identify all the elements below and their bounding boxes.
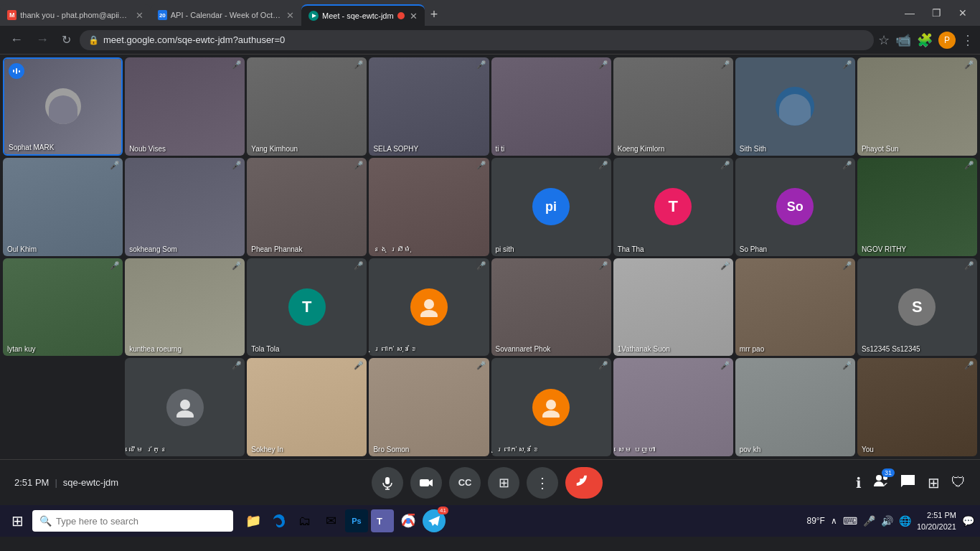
tile-lytan: 🎤 lytan kuy <box>3 258 123 357</box>
tile-sokheang: 🎤 sokheang Som <box>125 158 245 256</box>
tile-mute-sokheang: 🎤 <box>232 161 242 170</box>
taskbar-app-email[interactable]: ✉ <box>319 509 342 532</box>
taskbar-network-icon[interactable]: 🌐 <box>899 515 911 527</box>
more-options-button[interactable]: ⋮ <box>527 467 558 499</box>
tab-1[interactable]: M thank you - phat.phom@apiinst... ✕ <box>0 4 151 26</box>
taskbar-app-chrome[interactable] <box>397 509 420 532</box>
tile-name-prak1: ព្រាក់ សុខខែ <box>373 345 418 353</box>
svg-rect-2 <box>13 70 14 72</box>
tile-pisith: pi 🎤 pi sith <box>491 158 611 256</box>
tab-2[interactable]: 20 API - Calendar - Week of Octobe... ✕ <box>151 4 301 26</box>
tile-name-noub: Noub Vises <box>129 145 166 153</box>
svg-point-5 <box>424 299 434 309</box>
taskbar-app-edge[interactable] <box>268 509 291 532</box>
tile-ngov: 🎤 NGOV RITHY <box>857 158 977 256</box>
tile-name-brosomon: Bro Somon <box>373 446 409 453</box>
tile-you: 🎤 You <box>857 358 977 456</box>
taskbar-time: 2:51 PM <box>917 509 956 522</box>
tile-titi: 🎤 ti ti <box>491 57 611 156</box>
taskbar-app-explorer[interactable]: 🗂 <box>293 509 316 532</box>
bookmark-icon[interactable]: ☆ <box>878 32 890 48</box>
tile-mute-phayot: 🎤 <box>964 60 974 70</box>
layout-button[interactable]: ⊞ <box>488 467 519 499</box>
maximize-button[interactable]: ❐ <box>925 6 948 20</box>
tile-ss12345: S 🎤 Ss12345 Ss12345 <box>857 258 977 357</box>
tile-name-sophat: Sophat MARK <box>9 143 54 151</box>
tile-mute-koeng: 🎤 <box>720 60 730 70</box>
svg-marker-15 <box>429 479 433 486</box>
taskbar-right: 89°F ∧ ⌨ 🎤 🔊 🌐 2:51 PM 10/20/2021 💬 <box>806 509 974 533</box>
tile-mute-sith: 🎤 <box>842 60 852 70</box>
svg-rect-3 <box>16 68 17 74</box>
taskbar-up-arrow[interactable]: ∧ <box>831 516 837 526</box>
tile-name-prak2: ព្រាក់ សុខខែ <box>496 446 540 453</box>
tile-mute-pisith: 🎤 <box>598 161 608 170</box>
safety-button[interactable]: 🛡 <box>951 474 966 491</box>
taskbar-weather: 89°F <box>806 516 824 526</box>
taskbar-date: 10/20/2021 <box>917 521 956 533</box>
svg-point-8 <box>176 410 194 418</box>
svg-text:T: T <box>377 516 382 527</box>
tile-mute-brosomon: 🎤 <box>476 361 486 370</box>
people-button[interactable]: 31 <box>873 473 889 492</box>
search-input[interactable] <box>56 516 214 527</box>
start-button[interactable]: ⊞ <box>6 509 29 532</box>
tile-name-sokheang: sokheang Som <box>129 245 177 253</box>
tile-yang: 🎤 Yang Kimhoun <box>247 57 367 156</box>
tile-phayot: 🎤 Phayot Sun <box>857 57 977 156</box>
reload-button[interactable]: ↻ <box>57 32 75 48</box>
taskbar-app-telegram[interactable]: 41 <box>423 509 446 532</box>
tab-3[interactable]: Meet - sqe-ewtc-jdm ✕ <box>301 4 425 26</box>
taskbar-app-teams[interactable]: T <box>371 509 394 532</box>
taskbar-app-ps[interactable]: Ps <box>345 509 368 532</box>
tile-name-yang: Yang Kimhoun <box>251 145 298 153</box>
tile-mute-you: 🎤 <box>964 361 974 370</box>
tile-name-ngov: NGOV RITHY <box>862 245 906 253</box>
info-button[interactable]: ℹ <box>856 474 862 491</box>
tile-name-pisith: pi sith <box>496 245 514 253</box>
close-button[interactable]: ✕ <box>951 6 974 20</box>
tab1-close[interactable]: ✕ <box>136 10 143 21</box>
captions-button[interactable]: CC <box>449 467 481 499</box>
tile-povkh: 🎤 pov kh <box>735 358 855 456</box>
taskbar-apps: 📁 🗂 ✉ Ps T 41 <box>242 509 446 532</box>
tile-empty-r4 <box>3 358 123 456</box>
taskbar-notification[interactable]: 💬 <box>962 515 974 527</box>
meeting-code: sqe-ewtc-jdm <box>63 477 118 488</box>
taskbar-search[interactable]: 🔍 <box>32 510 233 532</box>
menu-icon[interactable]: ⋮ <box>961 32 974 48</box>
profile-icon[interactable]: P <box>938 32 956 49</box>
tile-mrrpao: 🎤 mrr pao <box>735 258 855 357</box>
taskbar-app-files[interactable]: 📁 <box>242 509 265 532</box>
forward-button[interactable]: → <box>32 31 53 49</box>
tile-name-jeum: ជើម រ័ត្ន <box>129 446 167 453</box>
mic-button[interactable] <box>372 467 403 499</box>
camera-nav-icon[interactable]: 📹 <box>895 32 911 48</box>
taskbar-speaker-icon[interactable]: 🔊 <box>881 515 893 527</box>
camera-button[interactable] <box>410 467 442 499</box>
end-call-button[interactable] <box>565 467 603 499</box>
tile-phean: 🎤 Phean Phannak <box>247 158 367 256</box>
taskbar-datetime[interactable]: 2:51 PM 10/20/2021 <box>917 509 956 533</box>
chat-button[interactable] <box>900 473 916 492</box>
new-tab-button[interactable]: + <box>425 7 444 22</box>
tile-mute-ngov: 🎤 <box>964 161 974 170</box>
tile-mute-yang: 🎤 <box>354 60 364 70</box>
tab3-title: Meet - sqe-ewtc-jdm <box>322 11 394 20</box>
tile-sophat-mark: Sophat MARK <box>3 57 123 156</box>
back-button[interactable]: ← <box>6 31 27 49</box>
address-bar[interactable]: 🔒 meet.google.com/sqe-ewtc-jdm?authuser=… <box>80 30 874 50</box>
tile-noub-vises: 🎤 Noub Vises <box>125 57 245 156</box>
extensions-icon[interactable]: 🧩 <box>917 32 933 48</box>
tile-name-vathanak: 1Vathanak Suon <box>618 345 670 353</box>
tab3-icon <box>308 11 319 21</box>
activities-button[interactable]: ⊞ <box>928 474 940 491</box>
tab2-close[interactable]: ✕ <box>286 10 294 21</box>
tile-name-phayot: Phayot Sun <box>862 145 899 153</box>
tab3-close[interactable]: ✕ <box>410 11 418 22</box>
minimize-button[interactable]: — <box>897 6 922 20</box>
taskbar-keyboard-icon: ⌨ <box>843 515 857 527</box>
search-icon-taskbar: 🔍 <box>39 515 52 527</box>
window-controls: — ❐ ✕ <box>897 6 974 20</box>
tile-name-koeng: Koeng Kimlorn <box>618 145 665 153</box>
